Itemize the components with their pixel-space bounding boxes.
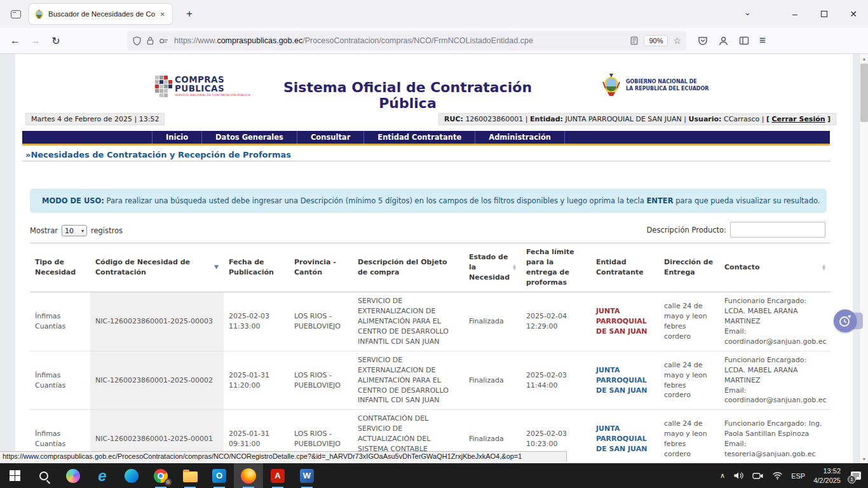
system-tray: ∧ ESP 13:52 4/2/2025 1 — [720, 463, 863, 488]
new-tab-button[interactable]: + — [181, 8, 198, 20]
windows-taskbar: e G O A W ∧ ESP 13:52 4/2/2025 1 — [0, 463, 868, 488]
search-icon — [39, 471, 48, 480]
scroll-up-arrow-icon[interactable]: ▲ — [860, 54, 868, 63]
header-entidad[interactable]: Entidad Contratante — [591, 243, 659, 292]
taskbar-firefox-button[interactable] — [234, 463, 263, 488]
entity-link[interactable]: JUNTA PARROQUIAL DE SAN JUAN — [596, 307, 647, 336]
header-descripcion[interactable]: Descripción del Objeto de compra — [353, 243, 464, 292]
session-chip: RUC: 1260023860001 | Entidad: JUNTA PARR… — [438, 113, 836, 125]
tray-chevron-up-icon[interactable]: ∧ — [720, 471, 725, 480]
taskbar-copilot-button[interactable] — [58, 463, 88, 488]
header-tipo[interactable]: Tipo de Necesidad — [30, 243, 90, 292]
usage-banner: MODO DE USO: Para realizar una búsqueda … — [30, 189, 827, 213]
main-nav: Inicio Datos Generales Consultar Entidad… — [22, 131, 830, 144]
pocket-icon[interactable] — [698, 36, 708, 46]
header-contacto[interactable]: Contacto▲▼ — [719, 243, 831, 292]
ruc-value: 1260023860001 — [465, 115, 523, 123]
nav-gold-underline — [22, 144, 830, 146]
acrobat-icon: A — [271, 469, 285, 483]
gov-logo: GOBIERNO NACIONAL DE LA REPUBLICA DEL EC… — [600, 73, 709, 97]
account-icon[interactable] — [718, 36, 729, 46]
tray-clock[interactable]: 13:52 4/2/2025 — [813, 466, 841, 485]
taskbar-edge-button[interactable] — [117, 463, 146, 488]
logout-link[interactable]: Cerrar Sesión — [771, 115, 825, 123]
logo-mosaic-icon — [155, 76, 172, 97]
shield-icon[interactable] — [132, 36, 142, 46]
taskbar-search-button[interactable] — [29, 463, 58, 488]
datetime-chip: Martes 4 de Febrero de 2025 | 13:52 — [25, 113, 165, 125]
header-estado[interactable]: Estado de la Necesidad▲▼ — [464, 243, 521, 292]
taskbar-acrobat-button[interactable]: A — [263, 463, 292, 488]
permissions-icon[interactable] — [159, 37, 169, 45]
zoom-level-badge[interactable]: 90% — [644, 35, 668, 46]
meet-now-icon[interactable] — [752, 471, 764, 480]
entity-value: JUNTA PARROQUIAL DE SAN JUAN — [566, 115, 682, 123]
nav-item-entidad-contratante[interactable]: Entidad Contratante — [364, 131, 475, 144]
site-title: Sistema Oficial de Contratación Pública — [260, 79, 555, 111]
taskbar-word-button[interactable]: W — [292, 463, 322, 488]
select-caret-icon: ▾ — [81, 228, 84, 234]
table-row: Ínfimas Cuantías NIC-1260023860001-2025-… — [30, 351, 831, 410]
page-size-select[interactable]: 10 ▾ — [62, 225, 87, 236]
reload-button[interactable]: ↻ — [46, 31, 66, 50]
sort-both-icon: ▲▼ — [513, 264, 516, 271]
codigo-cell[interactable]: NIC-1260023860001-2025-00002 — [90, 351, 224, 410]
bookmark-star-icon[interactable]: ☆ — [673, 36, 681, 46]
header-fecha-publicacion[interactable]: Fecha de Publicación — [224, 243, 289, 292]
minimize-button[interactable]: – — [780, 0, 810, 28]
back-button[interactable]: ← — [5, 31, 25, 50]
nav-item-datos-generales[interactable]: Datos Generales — [202, 131, 297, 144]
screen-time-widget-icon[interactable] — [834, 309, 857, 332]
header-direccion[interactable]: Dirección de Entrega — [659, 243, 719, 292]
notifications-button[interactable]: 1 — [849, 469, 863, 483]
entity-link[interactable]: JUNTA PARROQUIAL DE SAN JUAN — [596, 366, 647, 395]
vertical-scrollbar[interactable]: ▲ ▼ — [859, 54, 868, 463]
nav-item-administracion[interactable]: Administración — [475, 131, 565, 144]
nav-item-consultar[interactable]: Consultar — [297, 131, 364, 144]
tab-close-icon[interactable]: ✕ — [158, 10, 167, 19]
entity-link[interactable]: JUNTA PARROQUIAL DE SAN JUAN — [596, 424, 647, 453]
table-header-row: Tipo de Necesidad Código de Necesidad de… — [30, 243, 831, 292]
menu-hamburger-icon[interactable]: ≡ — [759, 34, 766, 47]
tab-title: Buscador de Necesidades de Co — [48, 10, 158, 18]
taskbar-chrome-button[interactable]: G — [146, 463, 175, 488]
header-codigo[interactable]: Código de Necesidad de Contratación▼ — [90, 243, 224, 292]
address-bar[interactable]: https://www.compraspublicas.gob.ec/Proce… — [127, 31, 686, 50]
gov-line2: LA REPUBLICA DEL ECUADOR — [626, 85, 709, 92]
taskbar-internet-explorer-button[interactable]: e — [88, 463, 117, 488]
scroll-down-arrow-icon[interactable]: ▼ — [860, 454, 868, 463]
maximize-button[interactable] — [810, 0, 839, 28]
edge-icon — [125, 469, 139, 483]
wifi-icon[interactable] — [772, 471, 783, 480]
nav-item-inicio[interactable]: Inicio — [153, 131, 202, 144]
reader-view-icon[interactable] — [630, 36, 639, 45]
browser-toolbar: ← → ↻ https://www.compraspublicas.gob.ec… — [0, 28, 868, 54]
firefox-icon — [241, 468, 256, 484]
toolbar-right-icons: ≡ — [698, 34, 775, 47]
banner-label: MODO DE USO: — [42, 196, 104, 205]
header-provincia[interactable]: Provincia - Cantón — [289, 243, 353, 292]
tab-list-chevron-icon[interactable]: ⌄ — [744, 8, 751, 17]
tray-date: 4/2/2025 — [813, 476, 841, 485]
language-indicator[interactable]: ESP — [791, 472, 805, 480]
chrome-profile-badge: G — [165, 478, 172, 485]
taskbar-outlook-button[interactable]: O — [205, 463, 234, 488]
taskbar-file-explorer-button[interactable] — [175, 463, 205, 488]
url-text: https://www.compraspublicas.gob.ec/Proce… — [174, 36, 630, 45]
codigo-cell[interactable]: NIC-1260023860001-2025-00003 — [90, 292, 224, 351]
volume-icon[interactable] — [733, 471, 744, 480]
sidebar-icon[interactable] — [739, 36, 749, 46]
forward-button[interactable]: → — [25, 31, 46, 50]
close-button[interactable]: ✕ — [839, 0, 868, 28]
product-description-input[interactable] — [730, 222, 825, 238]
start-button[interactable] — [0, 463, 29, 488]
outlook-icon: O — [212, 469, 226, 483]
browser-tab[interactable]: Buscador de Necesidades de Co ✕ — [29, 4, 172, 24]
header-fecha-limite[interactable]: Fecha límite para la entrega de proforma… — [521, 243, 591, 292]
internet-explorer-icon: e — [98, 469, 106, 483]
firefox-view-icon[interactable] — [6, 4, 25, 24]
url-path: /ProcesoContratacion/compras/NCO/FrmNCOL… — [302, 36, 533, 45]
scrollbar-thumb[interactable] — [860, 64, 868, 122]
windows-logo-icon — [10, 470, 20, 481]
lock-icon[interactable] — [146, 36, 154, 45]
